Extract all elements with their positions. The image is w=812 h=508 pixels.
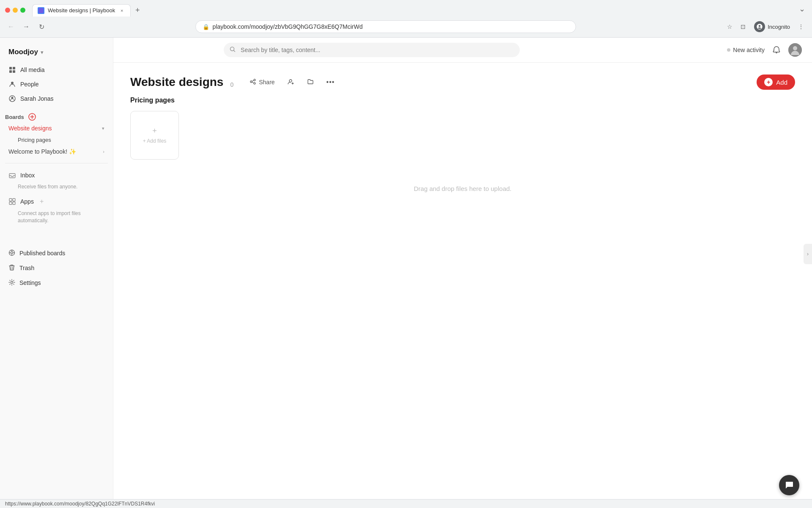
inbox-desc: Receive files from anyone. — [18, 184, 104, 190]
sidebar-item-sarah-jonas[interactable]: Sarah Jonas — [3, 92, 110, 105]
address-bar[interactable]: 🔒 playbook.com/moodjoy/zbVbG9QhGG7G8xE6Q… — [195, 20, 576, 33]
tab-title: Website designs | Playbook — [48, 7, 115, 14]
trash-label: Trash — [19, 265, 34, 271]
share-button[interactable]: Share — [245, 76, 279, 89]
menu-button[interactable]: ⋮ — [795, 21, 807, 33]
sidebar-item-apps[interactable]: Apps + — [3, 195, 110, 208]
plus-icon: + — [152, 127, 157, 135]
add-button-icon: + — [764, 78, 773, 86]
more-dots-icon: ••• — [326, 78, 335, 86]
svg-point-21 — [250, 81, 252, 83]
sidebar-item-website-designs[interactable]: Website designs ▾ — [3, 122, 110, 134]
add-board-button[interactable] — [28, 113, 36, 121]
sidebar-item-trash[interactable]: Trash — [3, 261, 110, 275]
chevron-right-icon: › — [103, 149, 104, 154]
svg-rect-13 — [13, 202, 15, 204]
close-button[interactable] — [5, 8, 10, 13]
brand-name: Moodjoy — [8, 48, 38, 56]
sidebar-item-all-media[interactable]: All media — [3, 63, 110, 77]
traffic-lights — [5, 8, 25, 13]
sidebar-item-settings[interactable]: Settings — [3, 276, 110, 290]
divider — [5, 163, 108, 163]
sidebar-item-published-boards[interactable]: Published boards — [3, 246, 110, 260]
bookmark-button[interactable]: ☆ — [724, 21, 735, 33]
published-boards-label: Published boards — [19, 250, 65, 257]
new-activity-label: New activity — [733, 47, 765, 53]
svg-rect-1 — [9, 67, 12, 69]
tab-close-button[interactable]: × — [118, 7, 125, 14]
sidebar-item-welcome-label: Welcome to Playbook! ✨ — [8, 148, 76, 155]
header-actions: Share ••• — [245, 76, 339, 89]
more-options-button[interactable]: ••• — [322, 76, 339, 88]
url-text: playbook.com/moodjoy/zbVbG9QhGG7G8xE6Q7M… — [213, 23, 363, 30]
new-tab-button[interactable]: + — [132, 5, 143, 17]
svg-rect-11 — [13, 199, 15, 201]
notifications-button[interactable] — [770, 43, 783, 57]
back-button[interactable]: ← — [5, 21, 17, 33]
sidebar-item-pricing-pages[interactable]: Pricing pages — [3, 135, 110, 145]
svg-point-16 — [11, 281, 13, 283]
active-tab[interactable]: Website designs | Playbook × — [32, 4, 131, 17]
published-boards-icon — [8, 249, 15, 257]
search-icon — [230, 47, 236, 54]
right-panel-toggle[interactable]: › — [804, 244, 812, 264]
incognito-avatar — [754, 21, 765, 32]
trash-icon — [8, 264, 15, 272]
share-label: Share — [259, 79, 274, 86]
svg-point-15 — [11, 251, 13, 254]
new-activity-button[interactable]: New activity — [727, 47, 765, 53]
search-input[interactable] — [224, 43, 520, 57]
chat-button[interactable] — [779, 475, 799, 495]
sidebar-item-inbox[interactable]: Inbox — [3, 168, 110, 182]
settings-label: Settings — [19, 279, 41, 286]
maximize-button[interactable] — [20, 8, 25, 13]
folder-icon — [307, 78, 314, 86]
svg-point-22 — [254, 83, 255, 84]
collaborators-button[interactable] — [283, 76, 299, 89]
reload-button[interactable]: ↻ — [36, 21, 47, 33]
status-bar: https://www.playbook.com/moodjoy/82QgQq1… — [0, 499, 812, 508]
page-header: Website designs 0 Share — [113, 63, 812, 97]
svg-point-23 — [289, 80, 292, 82]
sidebar-item-people-label: People — [20, 81, 39, 88]
browser-minimize-btn[interactable]: ⌄ — [799, 4, 805, 14]
sidebar-item-all-media-label: All media — [20, 66, 45, 73]
sidebar: Moodjoy ▾ All media People — [0, 38, 113, 508]
add-button[interactable]: + Add — [757, 75, 795, 90]
status-url: https://www.playbook.com/moodjoy/82QgQq1… — [5, 501, 155, 507]
content-area: Pricing pages + + Add files Drag and dro… — [113, 97, 812, 508]
split-view-button[interactable]: ⊡ — [737, 21, 749, 33]
chevron-down-icon: ▾ — [102, 126, 104, 131]
svg-rect-10 — [9, 199, 12, 201]
person-circle-icon — [8, 95, 16, 102]
svg-rect-2 — [13, 67, 15, 69]
share-icon — [250, 78, 256, 86]
sidebar-item-sarah-jonas-label: Sarah Jonas — [20, 95, 54, 102]
add-label: Add — [776, 79, 787, 86]
boards-section-header: Boards — [0, 110, 113, 122]
apps-add-icon[interactable]: + — [40, 198, 44, 205]
grid-icon — [8, 66, 16, 74]
incognito-badge: Incognito — [751, 19, 793, 34]
top-bar: New activity — [113, 38, 812, 63]
brand-logo[interactable]: Moodjoy ▾ — [0, 44, 113, 63]
activity-dot — [727, 48, 730, 52]
lock-icon: 🔒 — [203, 24, 209, 30]
sidebar-item-pricing-pages-label: Pricing pages — [18, 137, 51, 143]
svg-point-5 — [11, 82, 14, 84]
apps-icon — [8, 198, 16, 205]
svg-rect-4 — [13, 70, 15, 73]
page-title: Website designs — [130, 75, 223, 89]
svg-point-20 — [254, 79, 255, 81]
search-container — [224, 43, 520, 57]
sidebar-item-welcome[interactable]: Welcome to Playbook! ✨ › — [3, 146, 110, 157]
person-add-icon — [288, 78, 294, 86]
brand-chevron-icon: ▾ — [41, 49, 44, 55]
user-avatar[interactable] — [788, 43, 802, 57]
sidebar-item-people[interactable]: People — [3, 77, 110, 91]
add-files-card[interactable]: + + Add files — [130, 111, 179, 160]
board-section-title: Pricing pages — [130, 97, 795, 104]
forward-button[interactable]: → — [20, 21, 32, 33]
folder-button[interactable] — [303, 76, 318, 89]
minimize-button[interactable] — [13, 8, 18, 13]
